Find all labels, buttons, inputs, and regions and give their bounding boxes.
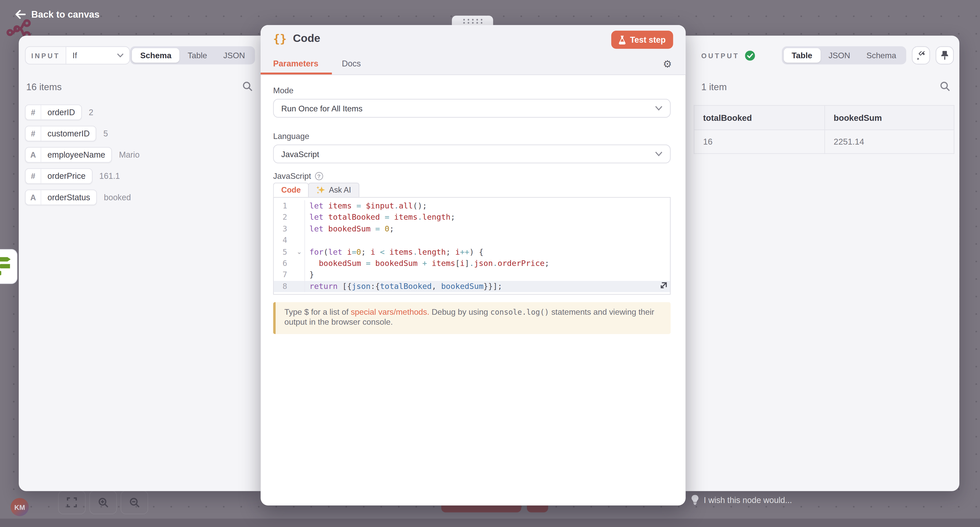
code-line[interactable]: 5⌄for(let i=0; i < items.length; i++) { (274, 246, 670, 258)
fold-chevron-icon[interactable]: ⌄ (297, 246, 302, 258)
line-content: let totalBooked = items.length; (305, 212, 455, 223)
schema-pill[interactable]: AorderStatus (25, 190, 97, 205)
code-line[interactable]: 8return [{json:{totalBooked, bookedSum}}… (274, 281, 670, 292)
language-select[interactable]: JavaScript (273, 145, 671, 163)
field-name: orderID (41, 105, 81, 119)
input-tab-schema[interactable]: Schema (132, 48, 180, 62)
output-column-header: totalBooked (694, 105, 824, 130)
line-number: 1 (274, 200, 305, 212)
test-step-label: Test step (630, 35, 666, 45)
edit-output-button[interactable] (912, 46, 930, 64)
input-node-selector[interactable]: INPUT If (25, 46, 130, 64)
line-number: 8 (274, 281, 305, 292)
language-select-value: JavaScript (281, 149, 319, 159)
node-detail-card: {} Code Test step Parameters Docs ⚙ Mode… (261, 25, 686, 506)
output-table-wrap: totalBookedbookedSum 162251.14 (694, 105, 954, 154)
schema-pill[interactable]: #customerID (25, 126, 97, 141)
tab-code[interactable]: Code (273, 183, 309, 197)
schema-pill[interactable]: #orderID (25, 104, 82, 120)
hint-text-2: Debug by using (429, 307, 490, 316)
output-tab-table[interactable]: Table (783, 48, 820, 62)
drag-dots-icon (461, 18, 484, 24)
zoom-in-button[interactable] (89, 490, 117, 514)
line-content: let items = $input.all(); (305, 200, 427, 212)
canvas-zoom-controls (58, 490, 148, 514)
input-tab-table[interactable]: Table (180, 48, 215, 62)
output-column-header: bookedSum (824, 105, 954, 130)
special-vars-link[interactable]: special vars/methods. (351, 307, 429, 316)
output-table-row: 162251.14 (694, 130, 954, 153)
pin-output-button[interactable] (935, 46, 954, 64)
dimmed-canvas-button-small (527, 506, 548, 513)
node-feedback-link[interactable]: I wish this node would... (691, 495, 792, 505)
line-content: let bookedSum = 0; (305, 223, 394, 235)
mode-label: Mode (273, 86, 293, 95)
output-table-header-row: totalBookedbookedSum (694, 105, 954, 130)
hint-text: Type $ for a list of (284, 307, 351, 316)
chevron-down-icon (655, 152, 662, 157)
zoom-to-fit-button[interactable] (58, 490, 86, 514)
ndv-drag-handle[interactable] (452, 16, 493, 26)
code-line[interactable]: 1let items = $input.all(); (274, 200, 670, 212)
tab-ask-ai-label: Ask AI (329, 186, 351, 195)
output-tab-json[interactable]: JSON (821, 48, 859, 62)
schema-item[interactable]: #customerID5 (25, 126, 255, 141)
input-node-selector-value: If (66, 51, 117, 60)
code-line[interactable]: 7} (274, 269, 670, 281)
back-to-canvas-button[interactable]: Back to canvas (15, 9, 100, 19)
field-value: booked (104, 193, 131, 202)
code-editor[interactable]: 1let items = $input.all();2let totalBook… (273, 197, 671, 295)
code-field-label-text: JavaScript (273, 171, 311, 181)
zoom-out-icon (129, 497, 140, 508)
field-type-icon: A (25, 148, 41, 162)
pin-icon (941, 51, 949, 60)
schema-item[interactable]: #orderPrice161.1 (25, 168, 255, 184)
output-cell: 2251.14 (824, 130, 954, 153)
back-to-canvas-label: Back to canvas (31, 9, 100, 19)
zoom-out-button[interactable] (121, 490, 148, 514)
search-icon[interactable] (242, 81, 252, 91)
code-line[interactable]: 6 bookedSum = bookedSum + items[i].json.… (274, 258, 670, 269)
chevron-down-icon (117, 53, 124, 57)
editor-hint: Type $ for a list of special vars/method… (273, 302, 671, 334)
schema-item[interactable]: #orderID2 (25, 104, 255, 120)
node-feedback-label: I wish this node would... (704, 495, 792, 505)
mode-select[interactable]: Run Once for All Items (273, 99, 671, 118)
search-icon[interactable] (940, 81, 950, 91)
lightbulb-icon (691, 495, 699, 505)
input-tab-json[interactable]: JSON (215, 48, 253, 62)
input-panel: INPUT If Schema Table JSON 16 items #ord… (19, 36, 261, 491)
schema-item[interactable]: AorderStatusbooked (25, 190, 255, 205)
line-content: return [{json:{totalBooked, bookedSum}}]… (305, 281, 502, 292)
tab-parameters[interactable]: Parameters (273, 59, 318, 68)
schema-item[interactable]: AemployeeNameMario (25, 147, 255, 163)
expand-editor-icon[interactable] (658, 282, 667, 291)
tab-docs[interactable]: Docs (342, 59, 361, 68)
schema-pill[interactable]: AemployeeName (25, 147, 112, 163)
output-table: totalBookedbookedSum 162251.14 (694, 105, 954, 154)
line-number: 7 (274, 269, 305, 281)
field-value: 161.1 (99, 171, 120, 181)
canvas-bottom-band (0, 519, 980, 527)
test-step-button[interactable]: Test step (611, 31, 673, 49)
input-view-switch: Schema Table JSON (130, 46, 255, 64)
code-line[interactable]: 2let totalBooked = items.length; (274, 212, 670, 223)
help-question-icon[interactable]: ? (315, 172, 323, 180)
node-settings-gear-icon[interactable]: ⚙ (663, 59, 672, 69)
pencil-icon (916, 51, 925, 60)
schema-pill[interactable]: #orderPrice (25, 168, 92, 184)
code-line[interactable]: 3let bookedSum = 0; (274, 223, 670, 235)
output-panel: OUTPUT Table JSON Schema (686, 36, 959, 491)
if-node-card[interactable] (0, 249, 18, 284)
output-tab-schema[interactable]: Schema (858, 48, 904, 62)
field-type-icon: # (25, 126, 41, 141)
user-avatar[interactable]: KM (11, 498, 29, 516)
node-name: Code (293, 32, 320, 45)
line-content (305, 235, 309, 246)
zoom-in-icon (98, 497, 108, 508)
line-number: 3 (274, 223, 305, 235)
output-panel-header: OUTPUT Table JSON Schema (701, 46, 954, 64)
code-line[interactable]: 4 (274, 235, 670, 246)
node-parameters: Mode Run Once for All Items Language Jav… (261, 75, 686, 506)
tab-ask-ai[interactable]: Ask AI (308, 183, 359, 197)
